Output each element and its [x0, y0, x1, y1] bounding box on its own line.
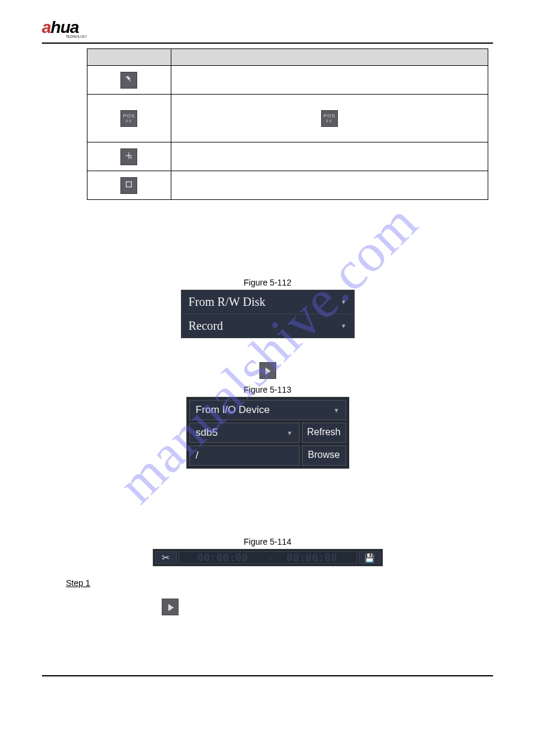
browse-button[interactable]: Browse	[302, 445, 346, 466]
svg-rect-3	[126, 181, 132, 187]
dropdown-value: From I/O Device	[196, 404, 270, 416]
table-cell	[171, 66, 488, 95]
io-device-dropdown[interactable]: From I/O Device ▼	[189, 400, 346, 420]
table-row	[87, 142, 488, 171]
pos-icon: POS ≡≡	[321, 110, 338, 127]
save-icon: 💾	[364, 553, 374, 563]
path-value: /	[196, 450, 199, 462]
crosshair-icon	[120, 148, 137, 165]
table-row	[87, 66, 488, 95]
chevron-down-icon: ▼	[341, 323, 347, 329]
icon-reference-table: POS ≡≡ POS ≡≡	[87, 48, 488, 200]
record-type-dropdown[interactable]: Record ▼	[182, 314, 354, 338]
play-button[interactable]	[259, 362, 276, 379]
clip-end-time: 00:00:00	[286, 552, 337, 563]
device-select[interactable]: sdb5 ▼	[189, 423, 300, 443]
dropdown-value: Record	[189, 319, 223, 333]
play-icon	[265, 368, 271, 375]
logo-subtitle: TECHNOLOGY	[66, 35, 87, 38]
table-cell: POS ≡≡	[171, 95, 488, 142]
pin-icon	[120, 72, 137, 89]
play-icon	[168, 604, 174, 611]
play-button[interactable]	[162, 599, 179, 615]
divider-top	[42, 42, 493, 44]
chevron-down-icon: ▼	[287, 430, 293, 436]
figure-114-panel: ✂ 00:00:00 - 00:00:00 💾	[153, 549, 383, 566]
dropdown-value: sdb5	[196, 427, 218, 439]
figure-caption-112: Figure 5-112	[42, 278, 493, 287]
table-header-icon	[87, 49, 171, 66]
scissors-icon: ✂	[162, 552, 170, 563]
time-separator: -	[268, 552, 274, 563]
table-row: POS ≡≡ POS ≡≡	[87, 95, 488, 142]
step-label: Step 1	[66, 578, 493, 588]
brand-logo: ahua TECHNOLOGY	[42, 18, 87, 38]
table-header-desc	[171, 49, 488, 66]
clip-start-time: 00:00:00	[198, 552, 249, 563]
clip-time-range: 00:00:00 - 00:00:00	[179, 551, 357, 564]
table-cell	[171, 171, 488, 200]
figure-caption-113: Figure 5-113	[42, 385, 493, 394]
dropdown-value: From R/W Disk	[189, 295, 266, 309]
refresh-button[interactable]: Refresh	[302, 423, 346, 443]
disk-source-dropdown[interactable]: From R/W Disk ▼	[182, 290, 354, 314]
clip-button[interactable]: ✂	[155, 551, 177, 564]
table-row	[87, 171, 488, 200]
path-input[interactable]: /	[189, 445, 300, 466]
figure-caption-114: Figure 5-114	[42, 537, 493, 546]
logo-rest: hua	[51, 18, 79, 37]
pos-icon: POS ≡≡	[120, 110, 137, 127]
svg-point-2	[131, 157, 132, 159]
logo-letter: a	[42, 18, 51, 37]
figure-112-panel: From R/W Disk ▼ Record ▼	[181, 290, 355, 338]
figure-113-panel: From I/O Device ▼ sdb5 ▼ Refresh / Brows…	[186, 397, 349, 469]
chevron-down-icon: ▼	[334, 407, 340, 414]
chevron-down-icon: ▼	[341, 299, 347, 305]
fullscreen-icon	[120, 177, 137, 194]
save-button[interactable]: 💾	[359, 551, 380, 564]
table-cell	[171, 142, 488, 171]
